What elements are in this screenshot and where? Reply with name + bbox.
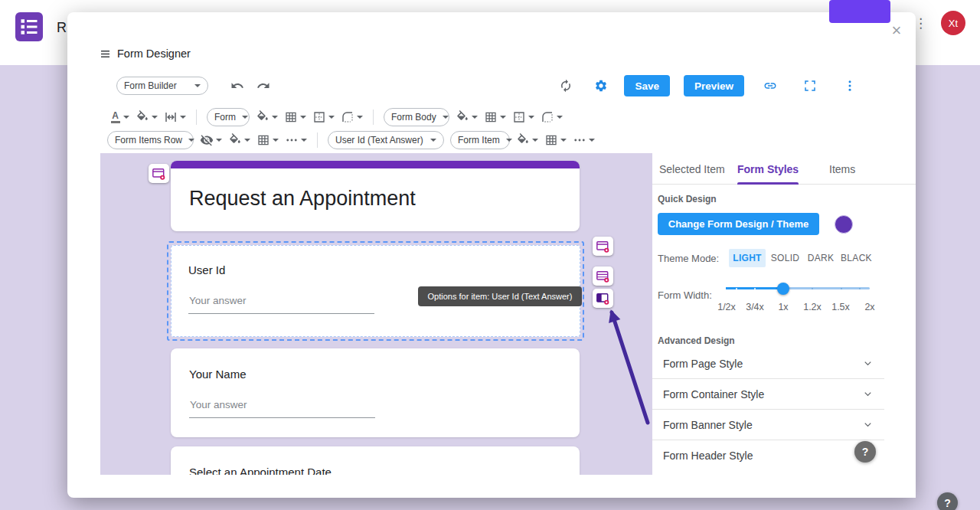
banner-options-button[interactable] [149,164,169,183]
item-options-button[interactable] [593,289,613,308]
item-row-options-button[interactable] [593,266,613,286]
link-button[interactable] [761,77,779,95]
body-corner-button[interactable] [541,110,563,124]
form-corner-button[interactable] [341,110,363,124]
theme-mode-black[interactable]: BLACK [838,249,875,267]
row-fill-color-button[interactable] [228,133,250,147]
item-grid-button[interactable] [544,133,567,147]
settings-button[interactable] [592,77,610,95]
form-body-select[interactable]: Form Body [384,108,449,126]
tab-selected-item[interactable]: Selected Item [659,153,725,185]
chevron-down-icon [506,139,512,142]
body-fill-color-button[interactable] [456,110,478,124]
field-card-your-name[interactable]: Your Name Your answer [171,348,580,437]
redo-icon [256,79,270,93]
chevron-down-icon[interactable] [862,388,874,400]
save-button[interactable]: Save [624,75,670,96]
forms-app-logo[interactable] [15,12,43,41]
screen: R ⋮ Xt ? Form Designer × Form Builder [0,0,980,510]
design-panel: Selected Item Form Styles Items Quick De… [652,153,916,498]
close-icon[interactable]: × [887,21,906,40]
page-help-button[interactable]: ? [937,492,958,510]
chevron-down-icon [328,116,335,119]
form-select[interactable]: Form [207,108,250,126]
width-option[interactable]: 2x [864,302,874,312]
chevron-down-icon [273,139,279,142]
fullscreen-icon [803,79,817,93]
theme-mode-dark[interactable]: DARK [805,249,837,267]
panel-help-button[interactable]: ? [854,441,876,463]
field-underline [188,313,374,314]
chevron-down-icon [123,116,129,119]
topbar-more-icon[interactable]: ⋮ [914,15,927,31]
accordion-form-banner-style[interactable]: Form Banner Style [652,410,884,440]
row-grid-button[interactable] [256,133,279,147]
undo-icon [230,79,244,93]
background-send-button[interactable] [829,0,890,23]
field-card-appointment-date[interactable]: Select an Appointment Date [171,446,580,475]
accordion-form-page-style[interactable]: Form Page Style [652,348,884,379]
chevron-down-icon [557,116,563,119]
eye-off-icon [200,133,214,147]
chevron-down-icon [500,116,506,119]
chevron-down-icon [560,139,567,142]
refresh-icon [559,79,573,93]
body-grid-button[interactable] [484,110,506,124]
theme-mode-light[interactable]: LIGHT [729,249,766,267]
chevron-down-icon[interactable] [862,419,874,430]
accordion-form-header-style[interactable]: Form Header Style [652,440,884,471]
row-more-button[interactable] [285,133,307,147]
tab-items[interactable]: Items [829,153,855,185]
more-horiz-icon [285,133,299,147]
width-option[interactable]: 1x [778,302,788,312]
fill-color-button[interactable] [136,110,158,124]
avatar[interactable]: Xt [941,11,965,35]
item-card-options-button[interactable] [593,237,613,256]
fullscreen-button[interactable] [801,77,819,95]
separator [317,132,318,148]
form-items-row-select[interactable]: Form Items Row [107,131,194,149]
form-border-button[interactable] [312,110,335,124]
chevron-down-icon [472,116,478,119]
more-menu-button[interactable] [841,77,859,95]
menu-icon[interactable] [100,50,110,58]
form-designer-dialog: Form Designer × Form Builder Save Prev [67,12,916,498]
font-color-button[interactable]: A [109,111,129,123]
width-option[interactable]: 1.2x [803,302,822,312]
width-slider-knob[interactable] [777,283,789,295]
form-builder-select[interactable]: Form Builder [116,77,208,95]
item-more-button[interactable] [573,133,595,147]
theme-mode-solid[interactable]: SOLID [768,249,802,267]
rounded-corner-icon [341,110,354,124]
refresh-button[interactable] [557,77,575,95]
change-theme-button[interactable]: Change Form Design / Theme [658,213,819,235]
width-option[interactable]: 3/4x [746,302,764,312]
undo-button[interactable] [228,77,247,95]
dialog-header: Form Designer [100,47,191,60]
tab-form-styles[interactable]: Form Styles [737,153,799,185]
theme-color-swatch[interactable] [835,215,853,234]
width-option[interactable]: 1.5x [831,302,850,312]
form-banner-card[interactable]: Request an Appointment [171,161,580,231]
width-button[interactable] [164,110,186,124]
fill-color-icon [516,133,530,147]
redo-button[interactable] [254,77,273,95]
form-preview-canvas: Request an Appointment User Id Your answ… [100,153,652,475]
form-grid-button[interactable] [284,110,306,124]
width-option[interactable]: 1/2x [717,302,736,312]
item-fill-color-button[interactable] [516,133,538,147]
font-color-icon: A [109,111,121,123]
accordion-form-container-style[interactable]: Form Container Style [652,379,884,410]
visibility-button[interactable] [200,133,222,147]
item-select[interactable]: User Id (Text Answer) [328,131,444,149]
chevron-down-icon[interactable] [862,358,874,369]
grid-icon [544,133,558,147]
preview-button[interactable]: Preview [684,75,744,96]
body-border-button[interactable] [512,110,534,124]
form-item-select[interactable]: Form Item [450,131,510,149]
gear-icon [594,79,608,93]
field-placeholder[interactable]: Your answer [189,295,247,306]
form-fill-color-button[interactable] [256,110,278,124]
slider-tick [736,288,737,289]
field-placeholder[interactable]: Your answer [190,399,247,410]
